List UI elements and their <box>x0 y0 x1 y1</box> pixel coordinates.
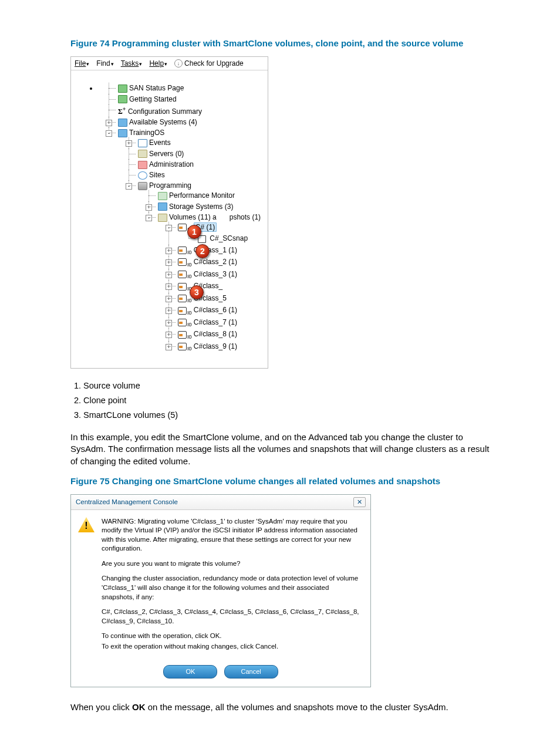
tree-san-status[interactable]: SAN Status Page <box>109 83 264 93</box>
expand-icon[interactable]: + <box>166 308 172 314</box>
tree-sites[interactable]: Sites <box>129 170 264 180</box>
tree-perf-monitor[interactable]: Performance Monitor <box>149 190 264 201</box>
expand-icon[interactable]: + <box>166 320 172 326</box>
cluster-icon <box>138 182 147 190</box>
figure75-caption: Figure 75 Changing one SmartClone volume… <box>70 475 490 487</box>
body-paragraph-2: When you click OK on the message, all th… <box>70 701 490 713</box>
expand-icon[interactable]: + <box>106 120 112 126</box>
body-paragraph-1: In this example, you edit the SmartClone… <box>70 431 490 467</box>
ok-button[interactable]: OK <box>163 665 217 679</box>
tree-servers[interactable]: Servers (0) <box>129 148 264 159</box>
tree-csharp-1[interactable]: -I0 C# (1) C#_SCsnap <box>168 222 264 245</box>
tree-cclass-6[interactable]: +I0 C#class_6 (1) <box>168 305 264 317</box>
tree-events[interactable]: +Events <box>129 137 264 148</box>
volume-icon <box>178 224 187 231</box>
tree-cclass-2[interactable]: +I0 C#class_2 (1) <box>168 256 264 269</box>
chart-icon <box>118 85 127 93</box>
dialog-button-row: OK Cancel <box>71 660 370 687</box>
menu-help[interactable]: Help▾ <box>149 59 167 68</box>
dialog-warn-p5: To continue with the operation, click OK… <box>102 632 363 641</box>
tree-available-systems[interactable]: +Available Systems (4) <box>109 117 264 127</box>
tree-cclass-8[interactable]: +I0 C#class_8 (1) <box>168 329 264 341</box>
volume-icon <box>178 283 187 291</box>
menu-tasks[interactable]: Tasks▾ <box>121 59 143 68</box>
storage-icon <box>158 202 167 211</box>
tree-root: SAN Status Page Getting Started Σ+ Confi… <box>98 82 264 355</box>
dialog-warn-p4: C#, C#class_2, C#class_3, C#class_4, C#c… <box>102 607 363 626</box>
legend-item-3: SmartCLone volumes (5) <box>83 410 490 421</box>
volume-icon <box>178 258 187 266</box>
volume-icon <box>178 343 187 350</box>
dialog-text: WARNING: Migrating volume 'C#class_1' to… <box>102 517 363 657</box>
volume-icon <box>178 247 187 254</box>
server-icon <box>138 150 147 158</box>
monitor-icon <box>158 192 167 200</box>
cmc-tree-panel: File▾ Find▾ Tasks▾ Help▾ ↓ Check for Upg… <box>70 56 268 369</box>
volume-icon <box>178 331 187 339</box>
dialog-titlebar: Centralized Management Console ✕ <box>71 495 370 510</box>
systems-icon <box>118 119 127 127</box>
expand-icon[interactable]: + <box>126 140 132 147</box>
menu-bar: File▾ Find▾ Tasks▾ Help▾ ↓ Check for Upg… <box>71 57 268 70</box>
tree-cclass-9[interactable]: +I0 C#class_9 (1) <box>168 341 264 353</box>
tree-volumes[interactable]: -Volumes (11) apshots (1) -I0 C# (1) C#_… <box>149 212 264 354</box>
expand-icon[interactable]: + <box>166 344 172 350</box>
warning-icon <box>78 517 95 532</box>
menu-file[interactable]: File▾ <box>75 59 89 68</box>
tree-cclass-1[interactable]: +I0 C#class_1 (1) <box>168 245 264 257</box>
tree-getting-started[interactable]: Getting Started <box>109 94 264 104</box>
close-button[interactable]: ✕ <box>353 497 366 507</box>
volume-icon <box>178 271 187 278</box>
collapse-icon[interactable]: - <box>166 225 172 231</box>
events-icon <box>138 139 147 147</box>
collapse-icon[interactable]: - <box>126 183 132 190</box>
tree-storage-systems[interactable]: +Storage Systems (3) <box>149 201 264 212</box>
volume-icon <box>178 319 187 326</box>
volumes-icon <box>158 214 167 222</box>
dialog-warn-p1: WARNING: Migrating volume 'C#class_1' to… <box>102 517 363 553</box>
dialog-title-text: Centralized Management Console <box>76 498 178 507</box>
tree-training-os[interactable]: -TrainingOS +Events Servers (0) Administ… <box>109 127 264 355</box>
menu-check-upgrade[interactable]: ↓ Check for Upgrade <box>174 59 244 68</box>
collapse-icon[interactable]: - <box>146 215 152 221</box>
dialog-warn-p3: Changing the cluster association, redund… <box>102 574 363 602</box>
tree-cclass-7[interactable]: +I0 C#class_7 (1) <box>168 317 264 329</box>
legend-item-1: Source volume <box>83 380 490 392</box>
expand-icon[interactable]: + <box>166 296 172 302</box>
tree-cclass-3[interactable]: +I0 C#class_3 (1) <box>168 269 264 281</box>
tree-cclass-4[interactable]: +I0 C#class_ <box>168 281 264 293</box>
arrow-icon <box>118 95 127 103</box>
upgrade-icon: ↓ <box>174 59 183 67</box>
expand-icon[interactable]: + <box>166 332 172 338</box>
expand-icon[interactable]: + <box>166 248 172 254</box>
tree-programming[interactable]: -Programming Performance Monitor +Storag… <box>129 180 264 354</box>
volume-icon <box>178 295 187 302</box>
figure74-legend: Source volume Clone point SmartCLone vol… <box>73 380 490 421</box>
figure74-caption: Figure 74 Programming cluster with Smart… <box>70 38 490 49</box>
collapse-icon[interactable]: - <box>106 130 112 137</box>
expand-icon[interactable]: + <box>166 272 172 278</box>
cancel-button[interactable]: Cancel <box>224 665 278 679</box>
tree-administration[interactable]: Administration <box>129 159 264 170</box>
tree-cclass-5[interactable]: +I0 C#class_5 <box>168 293 264 305</box>
nav-tree: SAN Status Page Getting Started Σ+ Confi… <box>75 82 264 355</box>
expand-icon[interactable]: + <box>166 283 172 290</box>
legend-item-2: Clone point <box>83 395 490 407</box>
dialog-warn-p2: Are you sure you want to migrate this vo… <box>102 559 363 569</box>
tree-config-summary[interactable]: Σ+ Configuration Summary <box>109 104 264 117</box>
dialog-warn-p6: To exit the operation without making cha… <box>102 642 363 652</box>
migrate-confirm-dialog: Centralized Management Console ✕ WARNING… <box>70 494 371 687</box>
site-icon <box>138 171 147 180</box>
menu-find[interactable]: Find▾ <box>96 59 113 68</box>
admin-icon <box>138 161 147 169</box>
group-icon <box>118 129 127 137</box>
expand-icon[interactable]: + <box>166 259 172 266</box>
volume-icon <box>178 307 187 315</box>
expand-icon[interactable]: + <box>146 204 152 211</box>
